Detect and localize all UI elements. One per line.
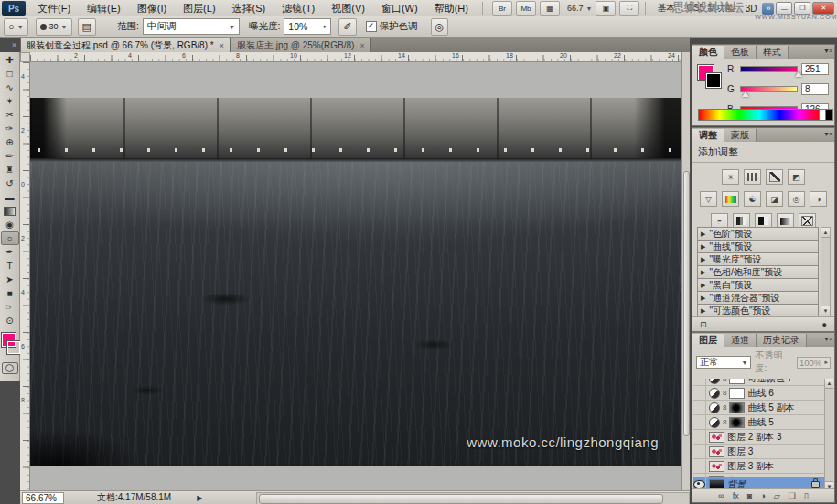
presets-scrollbar[interactable]: ▲ ▼ — [821, 227, 831, 316]
preset-channel-mixer[interactable]: ▶"通道混合器"预设 — [697, 292, 819, 305]
delete-layer-icon[interactable]: ▯ — [804, 491, 809, 500]
preset-curves[interactable]: ▶"曲线"预设 — [697, 241, 819, 253]
link-layers-icon[interactable]: ∞ — [718, 491, 724, 500]
levels-icon[interactable] — [744, 169, 761, 185]
green-value-input[interactable]: 8 — [801, 83, 829, 95]
range-select[interactable]: 中间调 ▼ — [143, 18, 240, 35]
document-canvas[interactable]: www.moko.cc/lingzhongqiang — [30, 98, 681, 466]
horizontal-scrollbar-thumb[interactable] — [259, 494, 663, 504]
workspace-essentials[interactable]: 基本 — [651, 2, 681, 15]
path-selection-tool[interactable]: ➤ — [1, 273, 19, 286]
new-group-icon[interactable]: ▱ — [774, 491, 780, 500]
status-options-arrow[interactable]: ▶ — [197, 494, 202, 502]
preset-black-white[interactable]: ▶"黑白"预设 — [697, 279, 819, 292]
rectangle-tool[interactable]: ■ — [1, 286, 19, 300]
zoom-level-dropdown[interactable]: 66.7▼ — [567, 4, 592, 13]
exposure-icon[interactable]: ◩ — [788, 169, 805, 185]
blend-mode-select[interactable]: 正常 ▼ — [696, 356, 751, 369]
lasso-tool[interactable]: ∿ — [1, 80, 19, 94]
layer-style-icon[interactable]: fx — [733, 491, 739, 500]
toggle-brush-panel-button[interactable]: ▤ — [78, 18, 96, 36]
dodge-tool[interactable]: ○ — [1, 231, 19, 245]
guides-grid-button[interactable]: ▦ — [540, 1, 560, 16]
layer-visibility-toggle[interactable] — [693, 379, 706, 385]
status-zoom-input[interactable]: 66.67% — [22, 492, 64, 504]
opacity-input[interactable]: 100% ▸ — [797, 357, 831, 369]
layer-visibility-toggle[interactable] — [693, 445, 706, 458]
type-tool[interactable]: T — [1, 259, 19, 273]
screen-mode-button[interactable]: ⛶ — [619, 1, 639, 16]
tablet-pressure-toggle[interactable]: ◎ — [431, 18, 449, 36]
layer-row-layer-2-copy-3[interactable]: 图层 2 副本 3 — [693, 430, 825, 445]
history-brush-tool[interactable]: ↺ — [1, 177, 19, 190]
close-tab-icon[interactable]: × — [359, 41, 364, 50]
menu-filter[interactable]: 滤镜(T) — [274, 0, 323, 16]
layer-row-curves-5-copy[interactable]: 8 曲线 5 副本 — [693, 401, 825, 415]
red-slider[interactable] — [740, 66, 798, 72]
new-layer-icon[interactable]: ❑ — [789, 491, 796, 500]
layer-mask-thumbnail[interactable] — [729, 417, 745, 428]
document-tab-active[interactable]: 服装创意全过程.psd @ 66.7% (背景, RGB/8) * × — [20, 38, 231, 52]
bridge-button[interactable]: Br — [492, 1, 512, 16]
new-adjustment-layer-icon[interactable]: ◑ — [760, 491, 765, 500]
brush-tool[interactable]: ✏ — [1, 149, 19, 163]
vertical-ruler[interactable]: 4 2 0 2 4 6 8 — [20, 62, 30, 490]
color-spectrum-ramp[interactable] — [698, 109, 821, 121]
spinner-icon[interactable]: ▸ — [324, 23, 327, 30]
menu-help[interactable]: 帮助(H) — [426, 0, 477, 16]
clone-stamp-tool[interactable]: ♜ — [1, 163, 19, 177]
add-mask-icon[interactable]: ◙ — [747, 491, 752, 500]
quick-mask-mode-button[interactable] — [2, 362, 18, 374]
brush-preset-picker[interactable]: 30 ▼ — [36, 18, 72, 36]
tab-masks[interactable]: 蒙版 — [724, 129, 757, 142]
layer-thumbnail[interactable] — [709, 461, 724, 472]
tab-styles[interactable]: 样式 — [757, 46, 789, 59]
menu-image[interactable]: 图像(I) — [129, 0, 175, 16]
spinner-icon[interactable]: ▸ — [825, 359, 829, 366]
green-slider[interactable] — [740, 86, 798, 92]
preset-exposure[interactable]: ▶"曝光度"预设 — [697, 253, 819, 266]
ruler-origin-corner[interactable] — [20, 52, 30, 62]
layer-mask-thumbnail[interactable] — [729, 388, 745, 399]
tab-channels[interactable]: 通道 — [724, 334, 757, 347]
expanded-view-button[interactable]: ⊡ — [700, 320, 707, 329]
menu-edit[interactable]: 编辑(E) — [79, 0, 129, 16]
tab-swatches[interactable]: 色板 — [724, 46, 757, 59]
vertical-scrollbar[interactable] — [681, 52, 690, 490]
menu-select[interactable]: 选择(S) — [224, 0, 274, 16]
close-button[interactable]: ✕ — [812, 2, 834, 15]
tools-panel-collapse-button[interactable]: » — [0, 38, 20, 52]
panel-menu-icon[interactable]: ▼≡ — [823, 48, 832, 54]
layer-row-layer-3-copy[interactable]: 图层 3 副本 — [693, 459, 825, 474]
layer-visibility-toggle[interactable] — [693, 459, 706, 473]
layer-thumbnail[interactable] — [709, 446, 724, 457]
restore-button[interactable]: ❐ — [794, 2, 810, 15]
black-white-icon[interactable]: ◪ — [766, 191, 783, 207]
move-tool[interactable]: ✚ — [1, 53, 19, 67]
layer-row-selective-color[interactable]: 8 可选颜色 1 — [693, 379, 825, 386]
quick-selection-tool[interactable]: ✶ — [1, 94, 19, 108]
workspace-overflow-button[interactable]: » — [762, 3, 774, 15]
scroll-up-icon[interactable]: ▲ — [821, 228, 830, 238]
close-tab-icon[interactable]: × — [220, 41, 224, 50]
spectrum-black-swatch[interactable] — [825, 109, 833, 121]
workspace-cs5-new[interactable]: CS5 新功能 — [681, 2, 739, 15]
vibrance-icon[interactable]: ▽ — [700, 191, 717, 207]
eraser-tool[interactable]: ▬ — [1, 190, 19, 204]
arrange-documents-button[interactable]: ▣ — [596, 1, 616, 16]
layer-mask-thumbnail[interactable] — [729, 379, 745, 384]
layer-visibility-toggle[interactable] — [693, 386, 706, 400]
photo-filter-icon[interactable]: ◎ — [788, 191, 805, 207]
scroll-up-icon[interactable]: ▲ — [825, 379, 833, 389]
airbrush-toggle[interactable]: ✐ — [338, 18, 356, 36]
crop-tool[interactable]: ✂ — [1, 108, 19, 122]
layer-visibility-toggle[interactable] — [693, 430, 706, 444]
layer-thumbnail[interactable] — [709, 432, 724, 443]
gradient-tool[interactable] — [1, 204, 19, 218]
document-tab-inactive[interactable]: 服装店主.jpg @ 25%(RGB/8) × — [231, 38, 371, 52]
minimize-button[interactable]: — — [776, 2, 792, 15]
layer-visibility-toggle[interactable] — [693, 415, 706, 429]
scroll-down-icon[interactable]: ▼ — [821, 306, 830, 316]
panel-menu-icon[interactable]: ▼≡ — [823, 336, 832, 342]
curves-icon[interactable] — [766, 169, 783, 185]
